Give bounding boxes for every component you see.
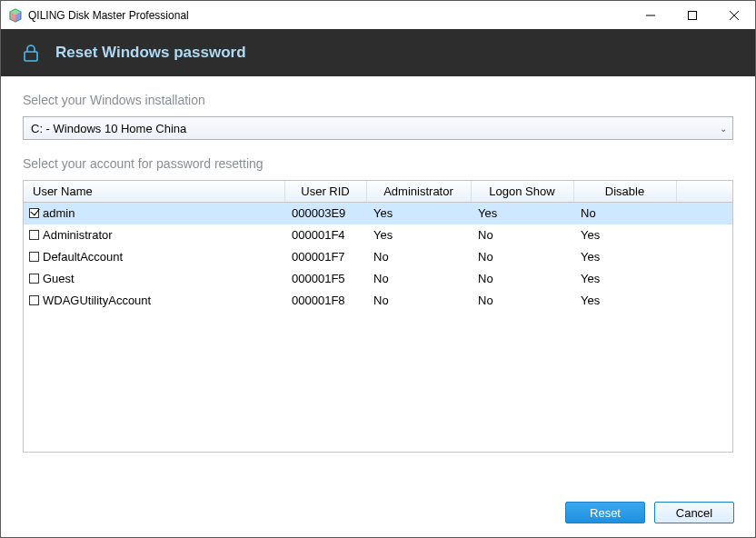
maximize-button[interactable] xyxy=(671,1,713,29)
cell-spacer xyxy=(676,290,732,312)
minimize-button[interactable] xyxy=(630,1,671,29)
svg-rect-5 xyxy=(689,11,697,19)
cell-admin: No xyxy=(366,290,471,312)
close-button[interactable] xyxy=(713,1,755,29)
row-checkbox[interactable] xyxy=(29,252,39,262)
page-header: Reset Windows password xyxy=(1,29,755,76)
dropdown-selected-value: C: - Windows 10 Home China xyxy=(31,122,186,135)
row-checkbox[interactable] xyxy=(29,208,39,218)
cell-rid: 000001F8 xyxy=(284,290,366,312)
cell-rid: 000001F4 xyxy=(284,224,366,246)
select-account-label: Select your account for password resetti… xyxy=(23,156,733,171)
cell-username: DefaultAccount xyxy=(43,250,123,264)
cancel-button[interactable]: Cancel xyxy=(654,502,734,523)
page-title: Reset Windows password xyxy=(55,44,246,62)
cell-logon: No xyxy=(471,224,573,246)
footer-buttons: Reset Cancel xyxy=(565,502,734,523)
cell-disable: No xyxy=(573,203,676,224)
chevron-down-icon: ⌄ xyxy=(720,124,727,134)
cell-rid: 000001F5 xyxy=(284,268,366,290)
row-checkbox[interactable] xyxy=(29,295,39,305)
cell-username: WDAGUtilityAccount xyxy=(43,294,151,307)
cell-username: Administrator xyxy=(43,228,113,242)
row-checkbox[interactable] xyxy=(29,230,39,240)
table-row[interactable]: admin000003E9YesYesNo xyxy=(24,203,732,224)
cell-username: admin xyxy=(43,206,75,220)
col-header-rid[interactable]: User RID xyxy=(284,181,366,203)
col-header-username[interactable]: User Name xyxy=(24,181,284,203)
cell-admin: Yes xyxy=(366,224,471,246)
cell-logon: No xyxy=(471,268,573,290)
cell-logon: No xyxy=(471,246,573,268)
cell-username: Guest xyxy=(43,272,75,285)
window-titlebar: QILING Disk Master Professional xyxy=(1,1,755,29)
cell-logon: No xyxy=(471,290,573,312)
row-checkbox[interactable] xyxy=(29,274,39,284)
cell-rid: 000001F7 xyxy=(284,246,366,268)
windows-install-dropdown[interactable]: C: - Windows 10 Home China ⌄ xyxy=(23,116,733,140)
cell-spacer xyxy=(676,224,732,246)
cell-disable: Yes xyxy=(573,290,676,312)
cell-spacer xyxy=(676,268,732,290)
window-title: QILING Disk Master Professional xyxy=(28,9,630,22)
svg-rect-8 xyxy=(25,52,37,61)
cell-admin: No xyxy=(366,246,471,268)
cell-disable: Yes xyxy=(573,224,676,246)
col-header-disable[interactable]: Disable xyxy=(573,181,676,203)
lock-icon xyxy=(19,41,43,65)
select-install-label: Select your Windows installation xyxy=(23,93,733,107)
window-controls xyxy=(630,1,755,29)
table-row[interactable]: DefaultAccount000001F7NoNoYes xyxy=(24,246,732,268)
table-row[interactable]: WDAGUtilityAccount000001F8NoNoYes xyxy=(24,290,732,312)
table-header-row: User Name User RID Administrator Logon S… xyxy=(24,181,732,203)
table-row[interactable]: Administrator000001F4YesNoYes xyxy=(24,224,732,246)
col-header-logon[interactable]: Logon Show xyxy=(471,181,573,203)
cell-disable: Yes xyxy=(573,246,676,268)
col-header-admin[interactable]: Administrator xyxy=(366,181,471,203)
col-header-spacer xyxy=(676,181,732,203)
accounts-table: User Name User RID Administrator Logon S… xyxy=(23,180,733,453)
cell-spacer xyxy=(676,203,732,224)
cell-disable: Yes xyxy=(573,268,676,290)
cell-spacer xyxy=(676,246,732,268)
reset-button[interactable]: Reset xyxy=(565,502,645,523)
cell-admin: Yes xyxy=(366,203,471,224)
cell-logon: Yes xyxy=(471,203,573,224)
cell-admin: No xyxy=(366,268,471,290)
app-icon xyxy=(8,8,23,23)
table-row[interactable]: Guest000001F5NoNoYes xyxy=(24,268,732,290)
cell-rid: 000003E9 xyxy=(284,203,366,224)
content-area: Select your Windows installation C: - Wi… xyxy=(1,76,755,453)
